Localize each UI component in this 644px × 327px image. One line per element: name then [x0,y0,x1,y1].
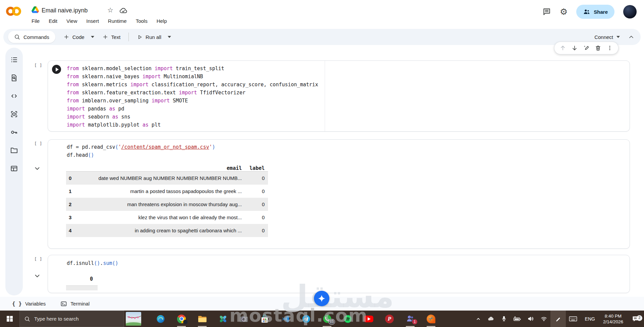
run-cell-button[interactable] [52,65,61,74]
menu-file[interactable]: File [32,18,40,24]
table-cell: 0 [245,198,268,211]
connect-button[interactable]: Connect [594,34,620,40]
code-line: from sklearn.feature_extraction.text imp… [67,89,318,97]
whatsapp-icon[interactable]: 13 [317,311,337,327]
spark-icon [317,294,326,303]
windows-ink-pen-icon[interactable] [550,311,566,327]
comments-icon[interactable] [542,7,551,16]
colab-logo-icon[interactable] [6,5,23,17]
telegram-icon[interactable] [296,311,317,327]
gemini-edit-icon[interactable] [583,45,590,51]
chevron-down-icon[interactable] [168,36,171,38]
code-token: sns [118,114,130,120]
microsoft-store-icon[interactable] [254,311,275,327]
terminal-button[interactable]: Terminal [60,300,90,307]
find-in-page-icon[interactable] [10,74,18,82]
code-editor[interactable]: from sklearn.model_selection import trai… [67,64,318,129]
action-center-button[interactable]: 2 [627,315,644,323]
series-output: 0 [66,274,98,290]
teams-icon[interactable]: T 1 [400,311,421,327]
user-avatar[interactable] [623,5,637,18]
microphone-icon[interactable] [498,316,510,322]
photos-icon[interactable] [213,311,233,327]
taskbar-clock[interactable]: 8:40 PM 2/14/2026 [600,313,627,325]
code-token: () [94,260,100,266]
chevron-down-icon [616,36,620,38]
code-line: from sklearn.metrics import classificati… [67,81,318,89]
code-token: df = pd.read_csv [67,144,115,150]
pinterest-icon[interactable]: P [379,311,400,327]
weather-interests-widget[interactable]: ♥♥♥♥ [124,311,143,327]
move-cell-down-icon[interactable] [571,45,578,51]
chrome-icon[interactable] [171,311,192,327]
volume-icon[interactable] [524,315,537,322]
variables-button[interactable]: { } Variables [12,300,46,307]
menu-tools[interactable]: Tools [136,18,148,24]
start-button[interactable] [0,311,19,327]
cell-execution-indicator[interactable]: [ ] [34,141,42,146]
battery-charging-icon[interactable] [510,316,524,322]
menu-view[interactable]: View [66,18,77,24]
commands-button[interactable]: Commands [8,31,55,43]
chevron-down-icon[interactable] [91,36,94,38]
cell-execution-indicator[interactable]: [ ] [34,63,42,68]
code-editor[interactable]: df.isnull().sum() [67,259,118,267]
code-editor[interactable]: df = pd.read_csv('/content/spam_or_not_s… [67,143,215,159]
youtube-icon[interactable] [358,311,379,327]
delete-cell-icon[interactable] [595,45,601,51]
onedrive-icon[interactable] [484,315,498,323]
table-cell: 0 [245,224,268,237]
add-text-button[interactable]: Text [102,34,121,40]
secrets-key-icon[interactable] [10,128,18,136]
run-all-icon [137,34,143,40]
vscode-icon[interactable] [275,311,296,327]
collapse-output-icon[interactable] [34,272,41,280]
code-token: sklearn.model_selection [79,65,155,72]
code-line: df.isnull().sum() [67,259,118,267]
collapse-output-icon[interactable] [34,165,41,172]
code-snippets-icon[interactable] [10,92,18,100]
tray-chevron-up-icon[interactable] [472,316,484,322]
table-cell: date wed NUMBER aug NUMBER NUMBER NUMBER… [79,172,245,185]
collapse-toolbar-icon[interactable] [628,34,635,40]
code-token: import [130,82,149,88]
menu-edit[interactable]: Edit [49,18,57,24]
more-options-icon[interactable] [606,45,613,51]
data-table-icon[interactable] [10,165,18,173]
code-line: from imblearn.over_sampling import SMOTE [67,97,318,105]
code-token: as [109,106,115,112]
code-line: df = pd.read_csv('/content/spam_or_not_s… [67,143,215,151]
gemini-spark-button[interactable] [314,291,329,306]
file-explorer-icon[interactable] [192,311,213,327]
taskbar-search[interactable]: Type here to search [19,311,124,327]
touch-keyboard-icon[interactable] [566,315,580,322]
dataframe-column-header: label [245,165,268,172]
spotify-icon[interactable] [337,311,358,327]
code-cell-read-csv[interactable]: df = pd.read_csv('/content/spam_or_not_s… [48,139,630,249]
menu-runtime[interactable]: Runtime [108,18,127,24]
code-cell-imports[interactable]: from sklearn.model_selection import trai… [48,60,630,132]
notebook-title[interactable]: Email naive.ipynb [42,7,88,14]
menu-help[interactable]: Help [157,18,167,24]
wifi-icon[interactable] [537,315,550,322]
star-icon[interactable]: ☆ [107,6,113,14]
code-token: sklearn.metrics [79,82,130,88]
edge-icon[interactable] [150,311,171,327]
table-of-contents-icon[interactable] [10,56,18,64]
run-all-button[interactable]: Run all [137,34,171,40]
row-index: 4 [66,224,79,237]
files-folder-icon[interactable] [10,146,18,154]
settings-gear-icon[interactable]: ⚙ [560,7,568,16]
cloud-saved-icon[interactable] [119,7,127,15]
clipchamp-icon[interactable]: ✂ [421,311,441,327]
share-button[interactable]: Share [576,5,614,19]
eye-scan-icon[interactable] [10,110,18,118]
camera-icon[interactable] [233,311,254,327]
cell-execution-indicator[interactable]: [ ] [34,256,42,262]
code-token: from [67,65,79,72]
language-indicator[interactable]: ENG [580,316,600,322]
menu-insert[interactable]: Insert [86,18,99,24]
move-cell-up-icon[interactable] [559,45,566,51]
add-code-button[interactable]: Code [63,34,94,40]
code-cell-isnull-sum[interactable]: df.isnull().sum() 0 [48,255,630,293]
